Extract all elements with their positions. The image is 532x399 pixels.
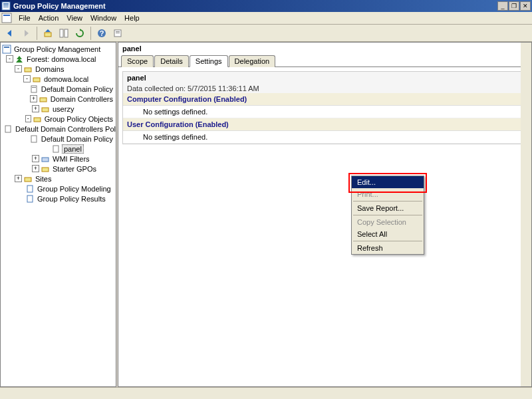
tree-label: domowa.local — [43, 75, 90, 83]
tree-label: Domain Controllers — [49, 95, 114, 103]
tab-details[interactable]: Details — [154, 55, 189, 67]
toolbar-separator — [37, 27, 37, 40]
detail-body[interactable]: panel Data collected on: 5/7/2015 11:36:… — [118, 67, 531, 386]
menu-file[interactable]: File — [15, 13, 35, 23]
tree-forest[interactable]: - Forest: domowa.local — [2, 54, 114, 64]
export-button[interactable] — [110, 26, 125, 41]
svg-rect-23 — [5, 126, 11, 132]
svg-rect-18 — [31, 86, 37, 92]
ctx-edit[interactable]: Edit... — [352, 176, 424, 188]
tree-sites[interactable]: + Sites — [2, 174, 114, 184]
tree-item[interactable]: + userzy — [2, 104, 114, 114]
up-button[interactable] — [41, 26, 55, 41]
user-config-header[interactable]: User Configuration (Enabled) — [123, 118, 527, 131]
svg-rect-6 — [45, 33, 51, 37]
svg-rect-3 — [3, 7, 9, 7]
computer-config-header[interactable]: Computer Configuration (Enabled) — [123, 93, 527, 106]
svg-rect-7 — [60, 29, 63, 37]
show-hide-button[interactable] — [57, 26, 71, 41]
refresh-button[interactable] — [72, 26, 87, 41]
ctx-refresh[interactable]: Refresh — [352, 242, 424, 254]
ou-icon — [39, 94, 48, 104]
svg-rect-14 — [3, 45, 11, 53]
tree-gpo-item[interactable]: Default Domain Controllers Polic — [2, 124, 114, 134]
menu-icon — [1, 13, 12, 23]
svg-rect-15 — [4, 47, 9, 48]
tree-wmi[interactable]: + WMI Filters — [2, 154, 114, 164]
svg-rect-28 — [25, 178, 31, 182]
svg-rect-1 — [3, 3, 9, 5]
tree: Group Policy Management - Forest: domowa… — [1, 43, 116, 205]
svg-rect-25 — [53, 146, 59, 152]
expand-icon[interactable]: + — [15, 175, 22, 182]
svg-rect-20 — [40, 98, 47, 102]
back-button[interactable] — [3, 26, 17, 41]
svg-rect-22 — [34, 118, 41, 122]
app-icon — [1, 1, 11, 11]
collapse-icon[interactable]: - — [6, 55, 13, 63]
tree-label: Sites — [34, 175, 53, 183]
toolbar-separator — [90, 27, 91, 40]
tree-domain[interactable]: - domowa.local — [2, 74, 114, 84]
ctx-separator — [353, 215, 422, 215]
svg-rect-29 — [27, 186, 33, 192]
policy-icon — [29, 84, 39, 94]
ctx-select-all[interactable]: Select All — [352, 228, 424, 240]
no-settings-row: No settings defined. — [123, 106, 527, 118]
minimize-button[interactable]: _ — [497, 1, 508, 11]
gpm-icon — [2, 45, 11, 54]
svg-rect-12 — [116, 31, 120, 32]
tree-gpo-folder[interactable]: - Group Policy Objects — [2, 114, 114, 124]
tree-label: Group Policy Results — [36, 195, 107, 203]
titlebar-text: Group Policy Management — [13, 2, 497, 10]
statusbar — [0, 387, 532, 399]
menu-action[interactable]: Action — [35, 13, 63, 23]
vertical-scrollbar[interactable] — [521, 43, 531, 386]
tab-scope[interactable]: Scope — [121, 55, 154, 67]
tree-gpo-item[interactable]: Default Domain Policy — [2, 134, 114, 144]
menu-help[interactable]: Help — [120, 13, 144, 23]
tree-domains[interactable]: - Domains — [2, 64, 114, 74]
ctx-separator — [353, 201, 422, 201]
toolbar: ? — [0, 25, 532, 42]
tree-starter[interactable]: + Starter GPOs — [2, 164, 114, 174]
collapse-icon[interactable]: - — [23, 75, 31, 82]
svg-rect-19 — [32, 87, 36, 88]
menu-view[interactable]: View — [63, 13, 86, 23]
tab-delegation[interactable]: Delegation — [229, 55, 276, 67]
expand-icon[interactable]: + — [30, 95, 37, 102]
restore-button[interactable]: ❐ — [509, 1, 519, 11]
domains-icon — [23, 65, 33, 74]
menubar: File Action View Window Help — [0, 12, 532, 25]
results-icon — [25, 194, 35, 203]
tree-item[interactable]: Default Domain Policy — [2, 84, 114, 94]
tree-label: userzy — [51, 105, 75, 113]
tree-results[interactable]: Group Policy Results — [2, 194, 114, 203]
expand-icon[interactable]: + — [32, 155, 39, 162]
tree-gpo-item-selected[interactable]: panel — [2, 144, 114, 154]
tree-pane[interactable]: Group Policy Management - Forest: domowa… — [0, 42, 116, 387]
folder-icon — [41, 164, 50, 174]
tree-item[interactable]: + Domain Controllers — [2, 94, 114, 104]
expand-icon[interactable]: + — [32, 105, 39, 112]
ctx-print: Print... — [352, 188, 424, 200]
tree-label: Starter GPOs — [51, 165, 98, 173]
tree-root[interactable]: Group Policy Management — [2, 44, 114, 54]
ctx-save-report[interactable]: Save Report... — [352, 202, 424, 214]
tab-settings[interactable]: Settings — [190, 55, 228, 67]
tree-modeling[interactable]: Group Policy Modeling — [2, 184, 114, 194]
policy-icon — [51, 144, 61, 154]
close-button[interactable]: ✕ — [520, 1, 531, 11]
expand-icon[interactable]: + — [32, 165, 39, 172]
collapse-icon[interactable]: - — [25, 115, 31, 122]
help-button[interactable]: ? — [94, 26, 109, 41]
collapse-icon[interactable]: - — [15, 65, 22, 72]
titlebar: Group Policy Management _ ❐ ✕ — [0, 0, 532, 12]
forward-button[interactable] — [19, 26, 33, 41]
svg-rect-17 — [33, 78, 40, 82]
menu-window[interactable]: Window — [86, 13, 120, 23]
folder-icon — [33, 114, 42, 124]
tree-label: Default Domain Policy — [40, 85, 114, 93]
svg-rect-2 — [3, 5, 9, 6]
tree-label: Default Domain Controllers Polic — [14, 125, 116, 133]
